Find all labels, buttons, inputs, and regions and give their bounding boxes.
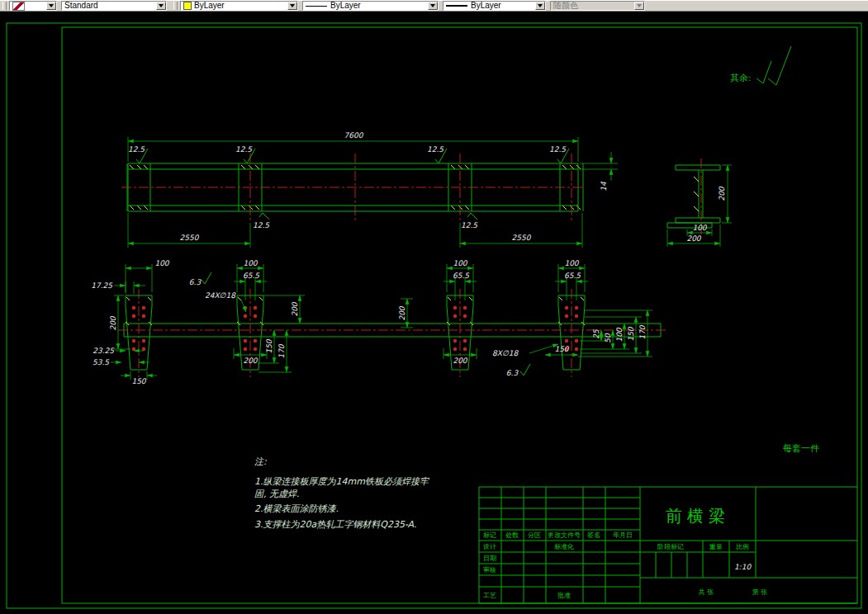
dim-200: 200 (243, 357, 258, 365)
dim-150: 150 (554, 345, 569, 353)
dim-roughness: 12.5 (461, 221, 478, 229)
dim-roughness-fine: 6.3 (189, 278, 202, 286)
rev-header: 签名 (587, 531, 600, 539)
dim-roughness: 12.5 (427, 145, 444, 154)
rev-header: 处数 (505, 531, 519, 539)
roughness-check-icon (467, 213, 477, 220)
dim-roughness: 12.5 (549, 145, 567, 154)
chevron-down-icon (430, 4, 435, 7)
dim-hole-callout-24: 24X∅18 (205, 291, 236, 300)
lineweight-control-arrow-button[interactable] (535, 2, 545, 10)
style-preview-icon (12, 2, 25, 11)
plotstyle-control-combo: 随颜色 (550, 1, 645, 11)
dim-plate-top: 100 (564, 259, 579, 267)
lineweight-line-icon (446, 5, 467, 7)
chevron-down-icon (49, 4, 54, 7)
surface-roughness-note: 其余: (730, 46, 791, 85)
dim-535: 53.5 (92, 358, 110, 366)
lineweight-control-combo[interactable]: ByLayer (443, 1, 546, 11)
dim-150: 150 (627, 326, 635, 341)
drawing-title: 前横梁 (666, 506, 730, 526)
dim-roughness-fine: 6.3 (506, 369, 519, 377)
per-set-note: 每套一件 (783, 443, 819, 454)
color-control-arrow-button[interactable] (287, 2, 297, 10)
chevron-down-icon (538, 4, 543, 7)
text-style-arrow-button[interactable] (156, 2, 166, 10)
label-date: 日期 (483, 555, 496, 562)
plotstyle-control-value: 随颜色 (553, 2, 633, 10)
dim-hole-callout-8: 8X∅18 (492, 349, 519, 357)
dim-plate-top: 100 (243, 259, 258, 267)
plotstyle-control-arrow-button (634, 2, 644, 10)
roughness-check-icon (520, 364, 530, 375)
linetype-line-icon (306, 6, 327, 7)
scale-value: 1:10 (734, 563, 752, 571)
chevron-down-icon (290, 4, 295, 7)
dim-hole-spacing: 65.5 (243, 272, 260, 280)
dim-hole-spacing: 65.5 (564, 272, 581, 280)
style-combo[interactable] (9, 1, 57, 11)
label-approve: 批准 (557, 592, 571, 599)
label-stage: 阶段标记 (657, 543, 684, 550)
label-design: 设计 (483, 543, 496, 550)
notes-line: 2.横梁表面涂防锈漆. (254, 503, 339, 514)
linetype-control-arrow-button[interactable] (428, 2, 438, 10)
notes-line: 固, 无虚焊. (254, 489, 300, 499)
properties-toolbar: Standard ByLayer ByLayer ByLayer 随颜色 (0, 0, 868, 12)
color-control-value: ByLayer (194, 2, 286, 10)
notes-line: 3.支撑柱为20a热轧工字钢材料Q235-A. (254, 519, 416, 530)
dim-100: 100 (615, 327, 624, 342)
title-block: 前横梁 标记 处数 分区 更改文件号 签名 年月日 设计 标准化 日期 审核 工… (479, 487, 857, 603)
notes-block: 注: 1.纵梁连接板厚度为14mm铁板必须焊接牢 固, 无虚焊. 2.横梁表面涂… (254, 456, 430, 530)
dim-section-width: 200 (686, 234, 701, 243)
linetype-control-combo[interactable]: ByLayer (302, 1, 439, 11)
roughness-check-icon (757, 61, 771, 83)
dim-170: 170 (277, 343, 286, 358)
drawing-canvas[interactable]: 其余: 7600 12.5 12.5 (0, 12, 868, 614)
dim-section-inner: 100 (692, 224, 707, 232)
dim-total-length: 7600 (344, 131, 364, 139)
color-swatch-icon (183, 2, 192, 10)
top-view: 7600 12.5 12.5 12.5 12.5 12.5 12.5 2550 … (121, 131, 618, 248)
dim-150: 150 (265, 338, 273, 353)
label-process: 工艺 (483, 592, 496, 599)
rev-header: 更改文件号 (548, 531, 581, 539)
text-style-combo[interactable]: Standard (61, 1, 167, 11)
roughness-check-icon (768, 46, 791, 85)
dim-25: 25 (592, 328, 600, 339)
roughness-check-icon (259, 213, 269, 220)
color-control-combo[interactable]: ByLayer (180, 1, 298, 11)
front-view: 100 100 100 100 65.5 65.5 65.5 17.25 6.3… (91, 259, 666, 385)
dim-200: 200 (291, 301, 299, 316)
dim-plate-thickness: 14 (600, 182, 608, 191)
linetype-control-value: ByLayer (330, 2, 426, 10)
dim-2325: 23.25 (92, 347, 115, 355)
dim-roughness: 12.5 (253, 221, 270, 229)
dim-edge-offset: 17.25 (91, 281, 113, 290)
dim-170: 170 (638, 324, 647, 339)
toolbar-grip[interactable] (173, 2, 178, 10)
label-check: 审核 (483, 566, 496, 574)
dim-span-right: 2550 (512, 234, 532, 242)
dim-150: 150 (131, 377, 146, 385)
rev-header: 分区 (528, 531, 541, 539)
dim-span-left: 2550 (180, 234, 200, 242)
dim-roughness: 12.5 (128, 145, 145, 154)
chevron-down-icon (159, 4, 164, 7)
dim-200: 200 (453, 357, 467, 365)
label-weight: 重量 (709, 543, 723, 550)
label-sheets-total: 共 张 (699, 588, 714, 596)
rev-header: 标记 (483, 531, 496, 539)
dim-200: 200 (398, 305, 406, 320)
notes-line: 1.纵梁连接板厚度为14mm铁板必须焊接牢 (254, 476, 430, 487)
dim-hole-spacing: 65.5 (453, 272, 470, 280)
lineweight-control-value: ByLayer (471, 2, 534, 10)
dim-roughness: 12.5 (235, 145, 253, 154)
surface-note-label: 其余: (730, 73, 752, 83)
rev-header: 年月日 (613, 531, 633, 539)
style-combo-arrow-button[interactable] (46, 2, 56, 10)
toolbar-grip[interactable] (2, 2, 7, 10)
text-style-value: Standard (64, 2, 154, 10)
dim-plate-top: 100 (154, 259, 169, 267)
dim-left-height: 200 (109, 315, 117, 330)
